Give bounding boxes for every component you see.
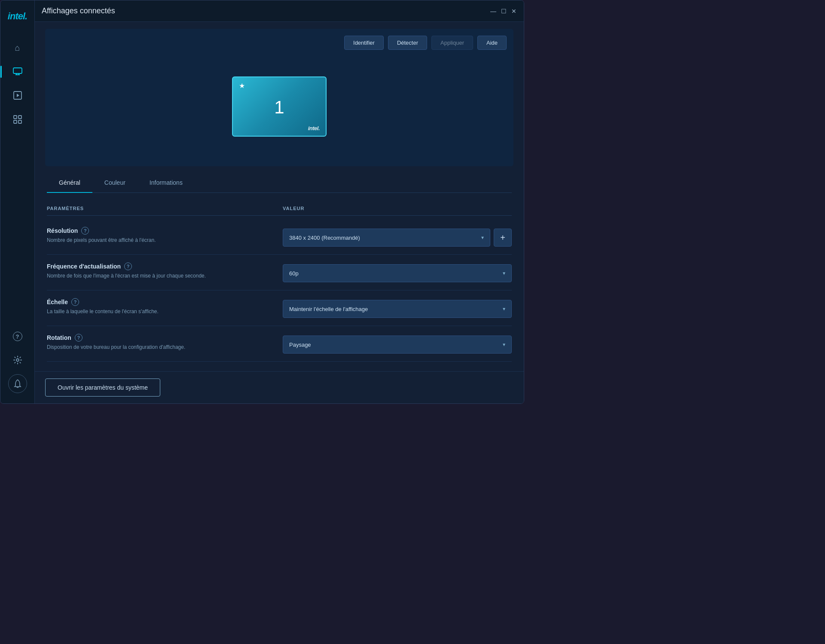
sidebar-item-display[interactable] xyxy=(6,61,29,82)
tab-color[interactable]: Couleur xyxy=(92,173,138,193)
open-system-settings-button[interactable]: Ouvrir les paramètres du système xyxy=(45,378,160,397)
help-icon-refresh[interactable]: ? xyxy=(124,262,132,270)
resolution-plus-button[interactable]: + xyxy=(494,229,512,247)
setting-control-rotation: Paysage ▾ xyxy=(279,334,512,354)
setting-info-refresh: Fréquence d'actualisation ? Nombre de fo… xyxy=(47,262,279,280)
setting-label-scale: Échelle ? xyxy=(47,298,279,306)
tab-informations[interactable]: Informations xyxy=(138,173,195,193)
monitor-brand-label: intel. xyxy=(239,125,320,131)
setting-row-rotation: Rotation ? Disposition de votre bureau p… xyxy=(47,326,512,362)
setting-info-resolution: Résolution ? Nombre de pixels pouvant êt… xyxy=(47,227,279,244)
setting-label-refresh: Fréquence d'actualisation ? xyxy=(47,262,279,270)
gear-icon xyxy=(13,355,22,366)
setting-label-resolution: Résolution ? xyxy=(47,227,279,235)
setting-desc-refresh: Nombre de fois que l'image à l'écran est… xyxy=(47,272,279,280)
titlebar: Affichages connectés — ☐ ✕ xyxy=(35,0,524,22)
setting-desc-rotation: Disposition de votre bureau pour la conf… xyxy=(47,343,279,351)
apps-icon xyxy=(13,115,22,125)
refresh-dropdown[interactable]: 60p ▾ xyxy=(283,264,512,282)
params-column-header: PARAMÈTRES xyxy=(47,206,279,211)
maximize-button[interactable]: ☐ xyxy=(501,8,507,14)
minimize-button[interactable]: — xyxy=(490,8,496,14)
svg-rect-8 xyxy=(14,120,17,123)
svg-rect-6 xyxy=(14,116,17,119)
scale-dropdown[interactable]: Maintenir l'échelle de l'affichage ▾ xyxy=(283,300,512,318)
preview-toolbar: Identifier Détecter Appliquer Aide xyxy=(52,36,507,50)
settings-section: PARAMÈTRES VALEUR Résolution ? Nombre de… xyxy=(45,200,513,362)
setting-label-rotation: Rotation ? xyxy=(47,334,279,342)
settings-header: PARAMÈTRES VALEUR xyxy=(47,203,512,216)
setting-control-refresh: 60p ▾ xyxy=(279,262,512,282)
app-logo: intel. xyxy=(4,7,31,25)
value-column-header: VALEUR xyxy=(279,206,512,211)
sidebar-item-apps[interactable] xyxy=(6,110,29,130)
help-button[interactable]: Aide xyxy=(477,36,507,50)
monitor-preview-area: Identifier Détecter Appliquer Aide ★ 1 i… xyxy=(45,29,513,166)
sidebar-item-help[interactable]: ? xyxy=(6,326,29,347)
detect-button[interactable]: Détecter xyxy=(388,36,427,50)
chevron-down-icon: ▾ xyxy=(481,235,484,241)
setting-row-scale: Échelle ? La taille à laquelle le conten… xyxy=(47,290,512,326)
help-icon-scale[interactable]: ? xyxy=(71,298,79,306)
svg-marker-5 xyxy=(17,94,19,97)
chevron-down-icon-refresh: ▾ xyxy=(503,270,505,276)
page-title: Affichages connectés xyxy=(42,6,490,15)
sidebar-item-home[interactable]: ⌂ xyxy=(6,37,29,58)
logo-text: intel. xyxy=(8,11,27,21)
sidebar-item-media[interactable] xyxy=(6,85,29,106)
window-controls: — ☐ ✕ xyxy=(490,8,517,14)
apply-button[interactable]: Appliquer xyxy=(431,36,473,50)
rotation-dropdown[interactable]: Paysage ▾ xyxy=(283,336,512,354)
monitor-display-number: 1 xyxy=(239,90,320,125)
monitor-primary-star: ★ xyxy=(239,82,320,90)
setting-info-scale: Échelle ? La taille à laquelle le conten… xyxy=(47,298,279,315)
help-icon: ? xyxy=(13,332,22,341)
help-icon-resolution[interactable]: ? xyxy=(81,227,89,235)
content-area: Identifier Détecter Appliquer Aide ★ 1 i… xyxy=(35,22,524,371)
tabs-container: Général Couleur Informations xyxy=(45,173,513,193)
sidebar: intel. ⌂ xyxy=(0,0,35,403)
monitor-tile-1[interactable]: ★ 1 intel. xyxy=(232,76,327,137)
tabs: Général Couleur Informations xyxy=(47,173,512,193)
media-icon xyxy=(13,91,22,101)
setting-row-resolution: Résolution ? Nombre de pixels pouvant êt… xyxy=(47,219,512,255)
bottom-bar: Ouvrir les paramètres du système xyxy=(35,371,524,403)
setting-row-refresh: Fréquence d'actualisation ? Nombre de fo… xyxy=(47,255,512,290)
chevron-down-icon-rotation: ▾ xyxy=(503,342,505,348)
resolution-dropdown[interactable]: 3840 x 2400 (Recommandé) ▾ xyxy=(283,229,490,247)
svg-point-10 xyxy=(16,359,19,361)
svg-rect-9 xyxy=(18,120,21,123)
close-button[interactable]: ✕ xyxy=(511,8,517,14)
setting-info-rotation: Rotation ? Disposition de votre bureau p… xyxy=(47,334,279,351)
sidebar-item-settings[interactable] xyxy=(6,350,29,371)
svg-rect-0 xyxy=(13,68,22,73)
setting-desc-scale: La taille à laquelle le contenu de l'écr… xyxy=(47,308,279,315)
setting-control-scale: Maintenir l'échelle de l'affichage ▾ xyxy=(279,298,512,318)
tab-general[interactable]: Général xyxy=(47,173,92,193)
setting-control-resolution: 3840 x 2400 (Recommandé) ▾ + xyxy=(279,227,512,247)
main-content: Affichages connectés — ☐ ✕ Identifier Dé… xyxy=(35,0,524,403)
chevron-down-icon-scale: ▾ xyxy=(503,306,505,312)
help-icon-rotation[interactable]: ? xyxy=(75,334,82,342)
svg-rect-7 xyxy=(18,116,21,119)
monitor-canvas: ★ 1 intel. xyxy=(52,53,507,159)
identify-button[interactable]: Identifier xyxy=(344,36,384,50)
notification-bell[interactable] xyxy=(8,374,27,393)
home-icon: ⌂ xyxy=(15,43,20,52)
display-icon xyxy=(13,67,22,76)
setting-desc-resolution: Nombre de pixels pouvant être affiché à … xyxy=(47,236,279,244)
